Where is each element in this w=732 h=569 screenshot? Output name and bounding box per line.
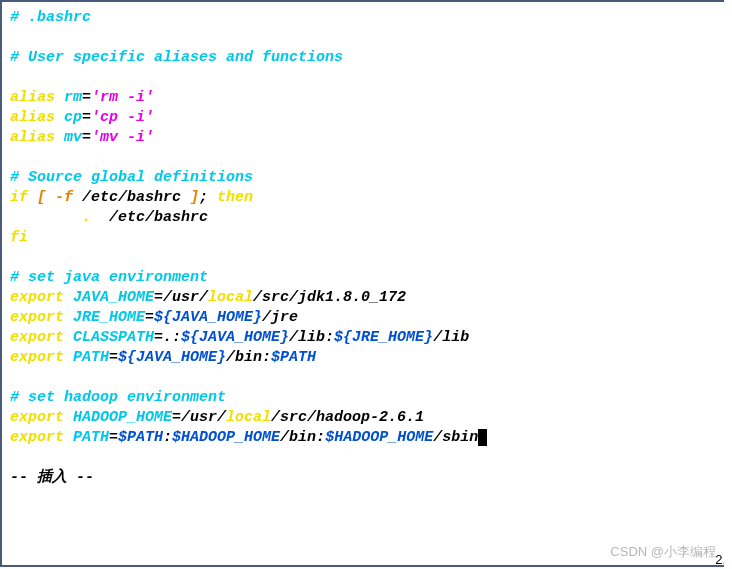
eq: = [154,329,163,346]
text: /sbin [433,429,478,446]
watermark: CSDN @小李编程 [610,543,716,561]
local: local [226,409,271,426]
path: /usr/ [181,409,226,426]
keyword: export [10,309,73,326]
keyword: fi [10,229,28,246]
cursor-icon [478,429,487,446]
code-line: export CLASSPATH=.:${JAVA_HOME}/lib:${JR… [10,328,716,348]
keyword: if [10,189,37,206]
varref: ${JAVA_HOME} [181,329,289,346]
path: /etc/bashrc [82,189,181,206]
eq: = [82,89,91,106]
eq: = [82,109,91,126]
code-line: # .bashrc [10,8,716,28]
semi: ; [199,189,217,206]
code-line: # set java environment [10,268,716,288]
keyword: then [217,189,253,206]
flag: -f [55,189,82,206]
code-line: export JAVA_HOME=/usr/local/src/jdk1.8.0… [10,288,716,308]
var: JAVA_HOME [73,289,154,306]
blank [10,368,716,388]
path: /usr/ [163,289,208,306]
alias-name: mv [64,129,82,146]
code-line: export HADOOP_HOME=/usr/local/src/hadoop… [10,408,716,428]
comment: # set java environment [10,269,208,286]
comment: # Source global definitions [10,169,253,186]
code-line: # User specific aliases and functions [10,48,716,68]
string: 'mv -i' [91,129,154,146]
text: /bin: [280,429,325,446]
path: /jre [262,309,298,326]
varref: ${JAVA_HOME} [154,309,262,326]
text: .: [163,329,181,346]
dot: . [82,209,100,226]
blank [10,248,716,268]
eq: = [172,409,181,426]
code-line: export PATH=${JAVA_HOME}/bin:$PATH [10,348,716,368]
keyword: export [10,429,73,446]
eq: = [154,289,163,306]
text: : [163,429,172,446]
string: 'rm -i' [91,89,154,106]
blank [10,28,716,48]
code-line: export PATH=$PATH:$HADOOP_HOME/bin:$HADO… [10,428,716,448]
blank [10,448,716,468]
string: 'cp -i' [91,109,154,126]
code-line: . /etc/bashrc [10,208,716,228]
keyword: alias [10,109,64,126]
alias-name: rm [64,89,82,106]
path: /src/jdk1.8.0_172 [253,289,406,306]
code-line: # Source global definitions [10,168,716,188]
code-line: export JRE_HOME=${JAVA_HOME}/jre [10,308,716,328]
code-line: if [ -f /etc/bashrc ]; then [10,188,716,208]
code-line: alias mv='mv -i' [10,128,716,148]
path: /etc/bashrc [100,209,208,226]
bracket: [ [37,189,55,206]
bracket: ] [181,189,199,206]
indent [10,209,82,226]
keyword: alias [10,89,64,106]
varref: $PATH [271,349,316,366]
var: PATH [73,429,109,446]
var: CLASSPATH [73,329,154,346]
var: PATH [73,349,109,366]
varref: $HADOOP_HOME [172,429,280,446]
varref: ${JRE_HOME} [334,329,433,346]
terminal-editor[interactable]: # .bashrc # User specific aliases and fu… [0,0,724,567]
insert-mode: -- 插入 -- [10,469,94,486]
varref: $HADOOP_HOME [325,429,433,446]
var: JRE_HOME [73,309,145,326]
eq: = [109,349,118,366]
text: /lib: [289,329,334,346]
comment: # set hadoop environment [10,389,226,406]
keyword: export [10,409,73,426]
keyword: export [10,329,73,346]
code-line: fi [10,228,716,248]
eq: = [145,309,154,326]
code-line: alias rm='rm -i' [10,88,716,108]
keyword: export [10,349,73,366]
blank [10,68,716,88]
var: HADOOP_HOME [73,409,172,426]
corner-num: 2. [715,552,724,567]
code-line: # set hadoop environment [10,388,716,408]
text: /lib [433,329,469,346]
code-line: alias cp='cp -i' [10,108,716,128]
mode-line: -- 插入 -- [10,468,716,488]
eq: = [82,129,91,146]
path: /src/hadoop-2.6.1 [271,409,424,426]
varref: ${JAVA_HOME} [118,349,226,366]
text: /bin: [226,349,271,366]
blank [10,148,716,168]
alias-name: cp [64,109,82,126]
keyword: alias [10,129,64,146]
varref: $PATH [118,429,163,446]
eq: = [109,429,118,446]
comment: # .bashrc [10,9,91,26]
keyword: export [10,289,73,306]
comment: # User specific aliases and functions [10,49,343,66]
local: local [208,289,253,306]
